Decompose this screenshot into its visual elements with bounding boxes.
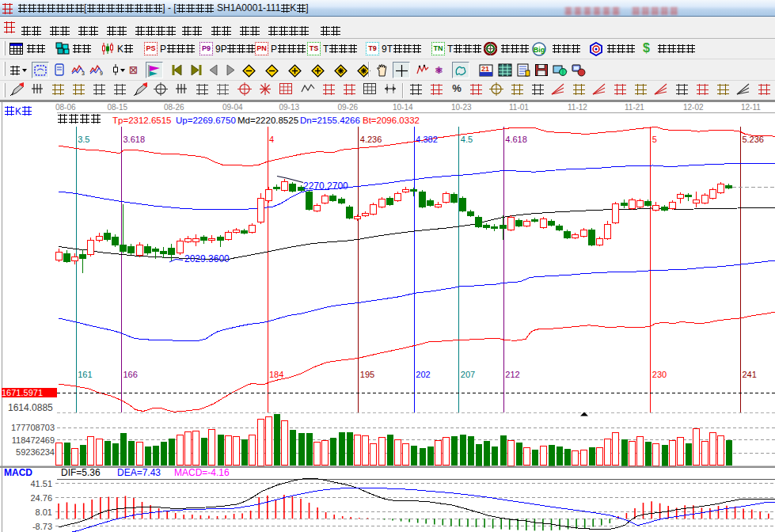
svg-text:⚛: ⚛ — [435, 65, 443, 76]
svg-text:9: 9 — [100, 70, 103, 76]
svg-text:Big: Big — [534, 46, 545, 54]
svg-text:☒: ☒ — [129, 65, 138, 76]
svg-text:21: 21 — [481, 65, 489, 73]
svg-text:3: 3 — [82, 70, 85, 76]
